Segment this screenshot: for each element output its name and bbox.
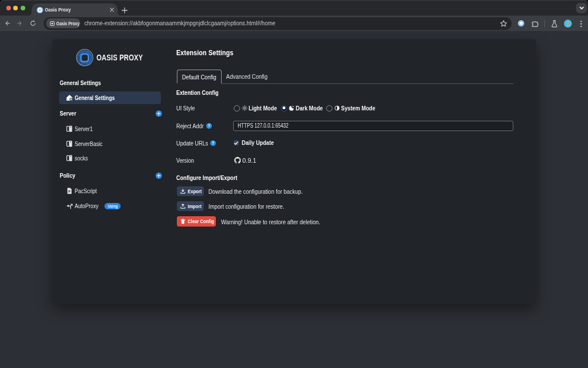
extensions-puzzle-icon[interactable] bbox=[531, 20, 539, 28]
import-button-label: Import bbox=[188, 203, 202, 209]
page-title: Extension Settings bbox=[176, 48, 243, 57]
forward-button[interactable] bbox=[17, 20, 23, 26]
moon-icon bbox=[289, 105, 295, 111]
section-import-export: Configure Import/Export bbox=[176, 174, 253, 181]
radio-circle-unchecked[interactable] bbox=[326, 105, 332, 112]
new-tab-button[interactable] bbox=[121, 7, 128, 14]
add-policy-button[interactable] bbox=[156, 172, 162, 179]
clear-config-button[interactable]: Clear Config bbox=[177, 216, 216, 227]
extension-page-icon bbox=[49, 21, 55, 26]
clear-desc: Warning! Unable to restore after deletio… bbox=[221, 218, 320, 225]
group-label-policy: Policy bbox=[60, 172, 78, 179]
extension-name-chip[interactable]: Oasis Proxy bbox=[46, 18, 80, 28]
using-badge: Using bbox=[105, 203, 121, 209]
radio-label: Light Mode bbox=[249, 105, 277, 112]
url-text[interactable]: chrome-extension://akbfogonmanaammkjmpgn… bbox=[84, 20, 275, 26]
sidebar-item-label: socks bbox=[75, 155, 88, 162]
update-urls-label: Update URLs bbox=[176, 140, 214, 147]
reload-button[interactable] bbox=[30, 20, 36, 26]
page-background: OASIS PROXY General Settings General Set… bbox=[0, 31, 588, 368]
radio-system-mode[interactable]: System Mode bbox=[326, 105, 381, 112]
address-bar[interactable]: Oasis Proxy chrome-extension://akbfogonm… bbox=[44, 17, 512, 30]
radio-label: Dark Mode bbox=[296, 105, 323, 112]
import-desc: Import configuration for restore. bbox=[208, 203, 284, 210]
sidebar-item-server1[interactable]: Server1 bbox=[59, 122, 161, 135]
daily-update-checkbox[interactable] bbox=[234, 140, 239, 146]
pacscript-file-icon: P bbox=[66, 187, 73, 194]
reject-addr-help-icon[interactable]: ? bbox=[206, 123, 212, 129]
minimize-window-button[interactable] bbox=[13, 6, 18, 10]
browser-toolbar: Oasis Proxy chrome-extension://akbfogonm… bbox=[0, 16, 588, 31]
sidebar-item-pacscript[interactable]: P PacScript bbox=[59, 185, 161, 197]
update-urls-help-icon[interactable]: ? bbox=[210, 140, 216, 146]
row-clear: Clear Config Warning! Unable to restore … bbox=[176, 216, 513, 227]
home-settings-icon bbox=[66, 94, 73, 101]
trash-icon bbox=[180, 218, 185, 224]
group-label-general-settings: General Settings bbox=[60, 79, 110, 87]
tab-title: Oasis Proxy bbox=[45, 7, 75, 13]
version-value: 0.9.1 bbox=[242, 157, 256, 164]
radio-light-mode[interactable]: Light Mode bbox=[234, 105, 282, 112]
profile-avatar[interactable] bbox=[564, 20, 572, 28]
sidebar-item-general-settings[interactable]: General Settings bbox=[59, 91, 161, 104]
reject-addr-label: Reject Addr bbox=[176, 122, 209, 129]
server-icon bbox=[66, 125, 73, 132]
chevron-down-icon bbox=[579, 5, 585, 11]
sidebar-item-label: Server1 bbox=[75, 125, 93, 132]
tab-default-config[interactable]: Default Config bbox=[177, 70, 222, 83]
bookmark-star-icon[interactable] bbox=[500, 20, 508, 28]
browser-tab[interactable]: Oasis Proxy bbox=[32, 3, 118, 16]
logo-text: OASIS PROXY bbox=[96, 53, 143, 62]
sidebar-item-serverbasic[interactable]: ServerBasic bbox=[59, 137, 161, 150]
close-window-button[interactable] bbox=[6, 6, 11, 10]
svg-text:P: P bbox=[68, 190, 71, 193]
autoproxy-icon bbox=[66, 202, 73, 209]
plus-icon bbox=[157, 174, 161, 178]
sidebar-item-label: AutoProxy bbox=[75, 202, 99, 209]
radio-circle-checked[interactable] bbox=[281, 105, 287, 112]
tab-advanced-config[interactable]: Advanced Config bbox=[222, 70, 272, 83]
radio-circle-unchecked[interactable] bbox=[234, 105, 240, 112]
labs-flask-icon[interactable] bbox=[550, 20, 559, 28]
avatar-figure-icon bbox=[564, 20, 572, 28]
sidebar-item-label: General Settings bbox=[75, 94, 115, 101]
row-import: Import Import configuration for restore. bbox=[176, 201, 513, 211]
row-version: Version 0.9.1 bbox=[176, 157, 513, 164]
plus-icon bbox=[157, 112, 161, 116]
add-server-button[interactable] bbox=[156, 110, 162, 117]
version-label: Version bbox=[176, 157, 198, 164]
chip-label: Oasis Proxy bbox=[56, 21, 79, 26]
radio-label: System Mode bbox=[341, 105, 376, 112]
export-desc: Download the configuration for backup. bbox=[208, 188, 303, 195]
sidebar-item-autoproxy[interactable]: AutoProxy Using bbox=[59, 200, 161, 212]
tab-close-icon[interactable] bbox=[109, 6, 115, 13]
reject-addr-input[interactable]: HTTPS 127.0.0.1:65432 bbox=[233, 121, 513, 131]
tab-favicon-icon bbox=[37, 7, 43, 13]
zoom-window-button[interactable] bbox=[21, 6, 25, 10]
app-logo: OASIS PROXY bbox=[76, 49, 153, 66]
clear-config-button-label: Clear Config bbox=[188, 218, 214, 224]
row-update-urls: Update URLs ? Daily Update bbox=[176, 140, 513, 146]
sidebar-item-socks[interactable]: socks bbox=[59, 152, 161, 164]
export-button[interactable]: Export bbox=[177, 186, 204, 196]
row-reject-addr: Reject Addr ? HTTPS 127.0.0.1:65432 bbox=[176, 121, 513, 131]
oasis-logo-icon bbox=[76, 49, 94, 67]
section-extension-config: Extention Config bbox=[176, 89, 229, 96]
browser-menu-icon[interactable] bbox=[577, 20, 585, 28]
toolbar-divider bbox=[544, 20, 545, 27]
tab-bar: Default Config Advanced Config bbox=[176, 70, 513, 84]
import-button[interactable]: Import bbox=[177, 201, 204, 211]
settings-card: OASIS PROXY General Settings General Set… bbox=[52, 39, 536, 304]
github-icon[interactable] bbox=[234, 157, 241, 164]
upload-icon bbox=[180, 204, 185, 209]
download-icon bbox=[180, 189, 185, 194]
back-button[interactable] bbox=[4, 20, 10, 26]
server-icon bbox=[66, 155, 73, 162]
tab-search-button[interactable] bbox=[576, 3, 587, 13]
export-button-label: Export bbox=[188, 188, 202, 194]
radio-dark-mode[interactable]: Dark Mode bbox=[281, 105, 328, 112]
pinned-extension-oasis-icon[interactable] bbox=[518, 20, 527, 29]
check-icon bbox=[234, 141, 238, 145]
sidebar-item-label: ServerBasic bbox=[75, 140, 103, 147]
row-export: Export Download the configuration for ba… bbox=[176, 186, 513, 196]
